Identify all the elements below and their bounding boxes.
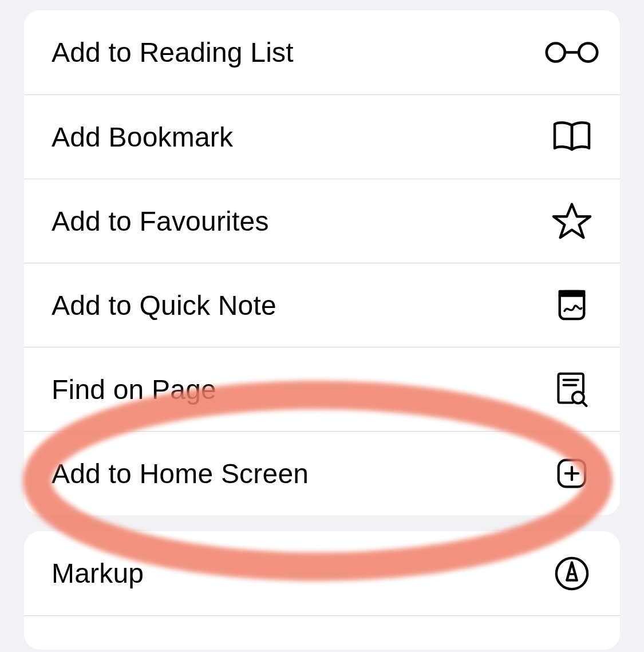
- share-sheet: Add to Reading List Add Bookmark Add to …: [24, 10, 620, 650]
- menu-group-1: Add to Reading List Add Bookmark Add to …: [24, 10, 620, 515]
- svg-point-0: [547, 44, 565, 62]
- menu-item-label: Add to Favourites: [52, 206, 269, 237]
- menu-item-add-bookmark[interactable]: Add Bookmark: [24, 94, 620, 179]
- menu-item-label: Add to Home Screen: [52, 458, 309, 489]
- menu-item-add-quick-note[interactable]: Add to Quick Note: [24, 263, 620, 347]
- menu-item-markup[interactable]: Markup: [24, 531, 620, 615]
- menu-item-label: Find on Page: [52, 374, 216, 405]
- find-on-page-icon: [551, 369, 592, 410]
- menu-item-label: Add Bookmark: [52, 121, 233, 153]
- menu-item-label: Markup: [52, 558, 144, 589]
- svg-marker-3: [554, 204, 590, 238]
- menu-item-add-favourites[interactable]: Add to Favourites: [24, 179, 620, 263]
- menu-item-placeholder[interactable]: [24, 615, 620, 650]
- menu-group-2: Markup: [24, 531, 620, 650]
- svg-point-1: [579, 44, 597, 62]
- svg-line-8: [582, 402, 586, 406]
- menu-item-find-on-page[interactable]: Find on Page: [24, 347, 620, 431]
- menu-item-label: Add to Reading List: [52, 37, 294, 68]
- markup-icon: [551, 553, 592, 594]
- quick-note-icon: [551, 284, 592, 326]
- menu-item-add-home-screen[interactable]: Add to Home Screen: [24, 431, 620, 515]
- plus-app-icon: [551, 453, 592, 494]
- star-icon: [551, 200, 592, 242]
- menu-item-add-reading-list[interactable]: Add to Reading List: [24, 10, 620, 94]
- menu-item-label: Add to Quick Note: [52, 290, 276, 321]
- glasses-icon: [551, 32, 592, 73]
- book-icon: [551, 116, 592, 157]
